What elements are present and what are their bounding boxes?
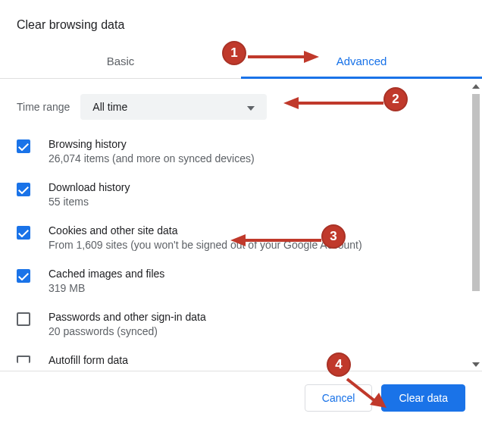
list-item: Passwords and other sign-in data 20 pass…: [17, 311, 465, 337]
item-title: Cached images and files: [49, 268, 164, 280]
divider: [0, 371, 482, 371]
list-item: Browsing history 26,074 items (and more …: [17, 138, 465, 164]
item-subtitle: 26,074 items (and more on synced devices…: [49, 152, 255, 164]
list-item: Cached images and files 319 MB: [17, 268, 465, 294]
item-title: Autofill form data: [49, 354, 128, 366]
item-subtitle: 55 items: [49, 196, 130, 208]
checkbox-browsing-history[interactable]: [17, 139, 30, 153]
tab-advanced[interactable]: Advanced: [241, 45, 482, 78]
footer: Cancel Clear data: [0, 371, 482, 425]
time-range-value: All time: [92, 101, 127, 113]
clear-data-button[interactable]: Clear data: [381, 384, 465, 412]
time-range-row: Time range All time: [17, 94, 465, 120]
checkbox-passwords[interactable]: [17, 312, 30, 326]
checkbox-autofill[interactable]: [17, 356, 30, 363]
scroll-up-button[interactable]: [470, 80, 482, 92]
list-item: Cookies and other site data From 1,609 s…: [17, 224, 465, 251]
item-title: Cookies and other site data: [49, 224, 362, 237]
item-title: Passwords and other sign-in data: [49, 311, 206, 323]
checkbox-cached[interactable]: [17, 269, 30, 283]
item-subtitle: 20 passwords (synced): [49, 325, 206, 337]
item-subtitle: 319 MB: [49, 282, 164, 294]
list-item: Download history 55 items: [17, 181, 465, 208]
item-title: Browsing history: [49, 138, 255, 150]
time-range-select[interactable]: All time: [80, 94, 267, 120]
list-item: Autofill form data: [17, 354, 465, 368]
scroll-thumb[interactable]: [472, 94, 480, 291]
tabs: Basic Advanced: [0, 45, 482, 79]
tab-basic[interactable]: Basic: [0, 45, 241, 78]
scroll-down-button[interactable]: [470, 359, 482, 371]
scrollbar[interactable]: [470, 80, 482, 371]
checkbox-download-history[interactable]: [17, 183, 30, 196]
chevron-down-icon: [247, 101, 255, 113]
checkbox-cookies[interactable]: [17, 226, 30, 240]
cancel-button[interactable]: Cancel: [305, 384, 373, 412]
time-range-label: Time range: [17, 101, 70, 113]
dialog-title: Clear browsing data: [0, 0, 482, 45]
item-title: Download history: [49, 181, 130, 193]
content-pane: Time range All time Browsing history 26,…: [0, 79, 482, 371]
item-subtitle: From 1,609 sites (you won't be signed ou…: [49, 239, 362, 251]
